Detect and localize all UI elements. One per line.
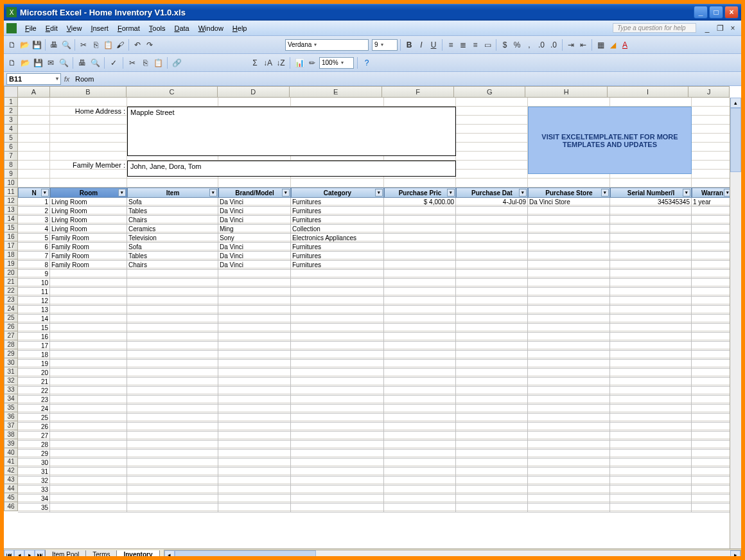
cell[interactable] bbox=[456, 116, 528, 125]
doc-minimize-button[interactable]: _ bbox=[701, 22, 713, 34]
table-cell[interactable] bbox=[384, 486, 456, 494]
table-cell[interactable] bbox=[610, 333, 692, 342]
table-cell[interactable] bbox=[127, 279, 218, 288]
table-cell[interactable] bbox=[218, 279, 291, 288]
table-cell[interactable] bbox=[692, 423, 733, 432]
table-cell[interactable]: 25 bbox=[18, 414, 50, 423]
table-cell[interactable] bbox=[291, 477, 384, 486]
table-cell[interactable]: Chairs bbox=[127, 216, 218, 225]
table-cell[interactable] bbox=[692, 333, 733, 342]
cell[interactable] bbox=[18, 98, 50, 107]
table-cell[interactable] bbox=[528, 486, 610, 494]
table-cell[interactable] bbox=[692, 234, 733, 243]
table-cell[interactable] bbox=[127, 441, 218, 450]
table-cell[interactable]: Furnitures bbox=[291, 207, 384, 216]
table-cell[interactable]: Living Room bbox=[50, 216, 127, 225]
table-cell[interactable] bbox=[610, 297, 692, 306]
table-cell[interactable] bbox=[291, 486, 384, 494]
row-header-20[interactable]: 20 bbox=[4, 268, 18, 277]
table-cell[interactable]: Ming bbox=[218, 225, 291, 234]
table-cell[interactable] bbox=[610, 441, 692, 450]
table-cell[interactable] bbox=[692, 369, 733, 378]
table-cell[interactable] bbox=[610, 494, 692, 503]
table-cell[interactable]: Living Room bbox=[50, 225, 127, 234]
table-cell[interactable] bbox=[384, 324, 456, 333]
table-cell[interactable] bbox=[528, 503, 610, 512]
hscroll-thumb[interactable] bbox=[175, 550, 316, 559]
help-icon[interactable]: ? bbox=[361, 57, 372, 69]
table-cell[interactable] bbox=[456, 279, 528, 288]
cell[interactable] bbox=[384, 98, 456, 107]
scroll-thumb[interactable] bbox=[730, 108, 741, 172]
menu-window[interactable]: Window bbox=[194, 24, 228, 32]
table-cell[interactable] bbox=[456, 486, 528, 494]
table-cell[interactable]: Living Room bbox=[50, 198, 127, 207]
table-cell[interactable]: Da Vinci bbox=[218, 198, 291, 207]
table-cell[interactable] bbox=[692, 387, 733, 396]
table-cell[interactable] bbox=[384, 270, 456, 279]
table-cell[interactable] bbox=[127, 503, 218, 512]
table-cell[interactable] bbox=[692, 432, 733, 441]
table-cell[interactable] bbox=[50, 306, 127, 315]
table-cell[interactable] bbox=[50, 387, 127, 396]
cell[interactable] bbox=[456, 170, 528, 179]
table-cell[interactable] bbox=[456, 351, 528, 360]
table-cell[interactable] bbox=[692, 396, 733, 405]
table-cell[interactable]: Da Vinci bbox=[218, 243, 291, 252]
table-cell[interactable] bbox=[528, 306, 610, 315]
table-cell[interactable]: 32 bbox=[18, 477, 50, 486]
row-header-3[interactable]: 3 bbox=[4, 116, 18, 125]
table-cell[interactable] bbox=[610, 378, 692, 387]
cell[interactable] bbox=[692, 134, 733, 143]
table-cell[interactable]: Family Room bbox=[50, 243, 127, 252]
table-cell[interactable]: 18 bbox=[18, 351, 50, 360]
cell[interactable] bbox=[692, 143, 733, 152]
table-cell[interactable] bbox=[127, 270, 218, 279]
table-cell[interactable] bbox=[291, 369, 384, 378]
cell[interactable] bbox=[692, 125, 733, 134]
excel-doc-icon[interactable] bbox=[6, 23, 17, 33]
table-cell[interactable] bbox=[218, 342, 291, 351]
table-cell[interactable] bbox=[127, 369, 218, 378]
table-cell[interactable] bbox=[528, 468, 610, 477]
table-cell[interactable] bbox=[50, 360, 127, 369]
table-cell[interactable]: 11 bbox=[18, 288, 50, 297]
help-search-input[interactable]: Type a question for help bbox=[613, 23, 696, 33]
table-cell[interactable] bbox=[528, 432, 610, 441]
table-cell[interactable] bbox=[692, 306, 733, 315]
cell[interactable] bbox=[610, 179, 692, 188]
save2-icon[interactable]: 💾 bbox=[32, 57, 44, 69]
cell[interactable] bbox=[127, 98, 218, 107]
table-cell[interactable] bbox=[692, 378, 733, 387]
table-cell[interactable] bbox=[127, 324, 218, 333]
table-cell[interactable] bbox=[528, 405, 610, 414]
table-cell[interactable]: Ceramics bbox=[127, 225, 218, 234]
table-cell[interactable] bbox=[610, 468, 692, 477]
print-icon[interactable]: 🖶 bbox=[48, 39, 60, 51]
table-cell[interactable] bbox=[50, 494, 127, 503]
menu-view[interactable]: View bbox=[62, 24, 87, 32]
table-cell[interactable] bbox=[127, 494, 218, 503]
scroll-right-button[interactable]: ▸ bbox=[730, 550, 741, 559]
cell[interactable] bbox=[50, 98, 127, 107]
table-cell[interactable]: 23 bbox=[18, 396, 50, 405]
table-cell[interactable] bbox=[610, 423, 692, 432]
table-cell[interactable] bbox=[291, 450, 384, 459]
table-cell[interactable]: 35 bbox=[18, 503, 50, 512]
cell[interactable] bbox=[218, 98, 291, 107]
table-cell[interactable] bbox=[384, 225, 456, 234]
cell[interactable] bbox=[50, 116, 127, 125]
home-address-input[interactable]: Mapple Street bbox=[127, 107, 456, 156]
percent-icon[interactable]: % bbox=[511, 39, 523, 51]
table-cell[interactable] bbox=[384, 351, 456, 360]
table-cell[interactable] bbox=[218, 351, 291, 360]
cell[interactable] bbox=[50, 179, 127, 188]
table-cell[interactable] bbox=[456, 234, 528, 243]
table-cell[interactable] bbox=[456, 459, 528, 468]
table-cell[interactable]: Da Vinci bbox=[218, 216, 291, 225]
bold-icon[interactable]: B bbox=[403, 39, 415, 51]
cut-icon[interactable]: ✂ bbox=[78, 39, 89, 51]
row-header-10[interactable]: 10 bbox=[4, 179, 18, 188]
select-all-corner[interactable] bbox=[4, 86, 18, 98]
table-cell[interactable] bbox=[610, 315, 692, 324]
